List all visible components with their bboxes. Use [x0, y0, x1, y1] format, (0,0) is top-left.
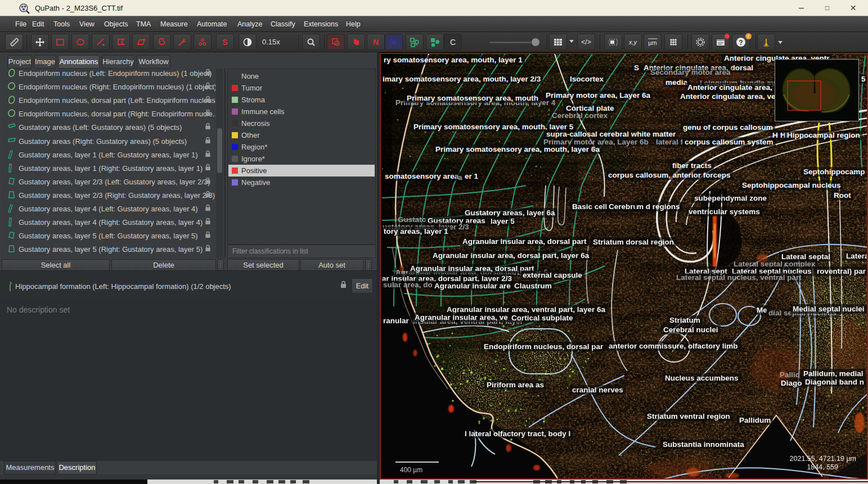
- svg-text:?: ?: [739, 38, 743, 46]
